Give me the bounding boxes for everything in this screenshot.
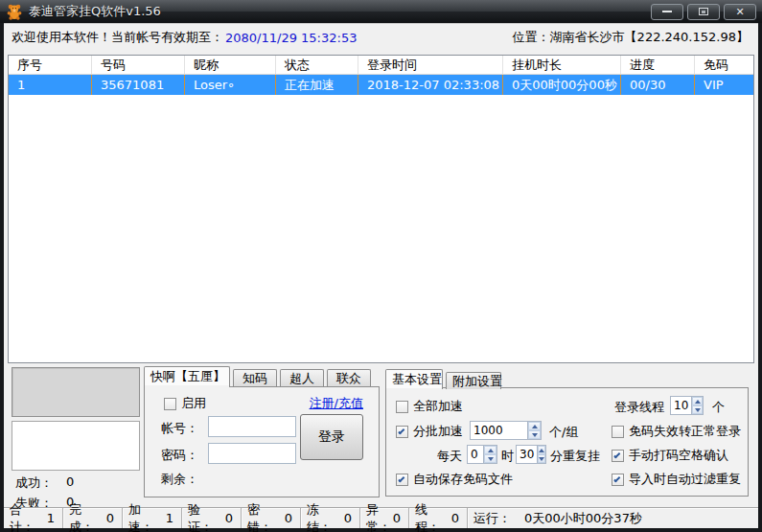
spinner-up-icon[interactable] xyxy=(528,422,541,430)
remaining-label: 剩余： xyxy=(161,471,198,488)
column-header-index[interactable]: 序号 xyxy=(9,56,92,74)
mianma-fallback-label: 免码失效转正常登录 xyxy=(629,423,741,440)
close-button[interactable]: ✕ xyxy=(724,4,756,20)
tab-zhima[interactable]: 知码 xyxy=(233,369,277,386)
register-recharge-link[interactable]: 注册/充值 xyxy=(310,395,363,412)
location-label: 位置： xyxy=(513,30,550,44)
cell-nickname: Loser∘ xyxy=(185,75,276,95)
status-label: 运行： xyxy=(473,510,511,527)
status-completed: 完成：0 xyxy=(63,508,123,528)
auto-save-row[interactable]: 自动保存免码文件 xyxy=(396,471,513,488)
expiry-date: 2080/11/29 15:32:53 xyxy=(225,31,357,45)
status-label: 完成： xyxy=(69,501,106,532)
daily-label: 每天 xyxy=(437,448,462,465)
status-value: 0 xyxy=(393,511,401,525)
enable-checkbox-row[interactable]: 启用 xyxy=(164,395,206,412)
daily-hour-value: 0 xyxy=(468,446,483,463)
manual-confirm-checkbox[interactable] xyxy=(612,450,624,462)
tab-kuaia[interactable]: 快啊【五厘】 xyxy=(144,366,230,386)
title-bar[interactable]: 泰迪管家挂Q软件v1.56 ✕ xyxy=(0,0,762,23)
password-input[interactable] xyxy=(208,443,296,464)
location-text: 位置：湖南省长沙市【222.240.152.98】 xyxy=(513,29,749,46)
status-value: 0 xyxy=(451,511,459,525)
batch-accelerate-label: 分批加速 xyxy=(413,423,463,440)
settings-panel: 全部加速 登录线程 10 个 分批加速 1000 个/组 免码失效转正常登录 每… xyxy=(385,387,749,497)
filter-duplicates-row[interactable]: 导入时自动过滤重复 xyxy=(612,471,741,488)
status-value: 0天00小时00分37秒 xyxy=(524,510,642,527)
status-value: 0 xyxy=(285,511,292,525)
column-header-login-time[interactable]: 登录时间 xyxy=(358,56,503,74)
check-icon xyxy=(613,475,620,482)
spinner-up-icon[interactable] xyxy=(538,446,545,454)
spinner-down-icon[interactable] xyxy=(528,430,541,439)
column-header-number[interactable]: 号码 xyxy=(92,56,185,74)
success-counter: 成功： 0 xyxy=(15,474,74,492)
threads-unit-label: 个 xyxy=(712,399,725,416)
table-row[interactable]: 1 35671081 Loser∘ 正在加速 2018-12-07 02:33:… xyxy=(9,75,753,95)
column-header-mianma[interactable]: 免码 xyxy=(695,56,753,74)
status-value: 0 xyxy=(225,511,233,525)
tab-chaoren[interactable]: 超人 xyxy=(280,369,324,386)
status-value: 0 xyxy=(106,511,114,525)
status-verify: 验证：0 xyxy=(182,508,242,528)
account-input[interactable] xyxy=(208,416,296,437)
mianma-fallback-row[interactable]: 免码失效转正常登录 xyxy=(612,423,741,440)
minimize-button[interactable] xyxy=(651,4,683,20)
batch-unit-label: 个/组 xyxy=(549,424,578,441)
batch-size-value: 1000 xyxy=(471,422,527,439)
maximize-button[interactable] xyxy=(687,4,720,20)
enable-label: 启用 xyxy=(181,395,206,412)
column-header-status[interactable]: 状态 xyxy=(276,56,358,74)
check-icon xyxy=(398,428,404,434)
tab-extra-settings[interactable]: 附加设置 xyxy=(446,372,501,389)
table-header: 序号 号码 昵称 状态 登录时间 挂机时长 进度 免码 xyxy=(9,56,753,75)
stepper-buttons xyxy=(691,397,703,414)
status-threads: 线程：0 xyxy=(409,508,468,528)
daily-hour-stepper[interactable]: 0 xyxy=(467,445,497,464)
status-frozen: 冻结：0 xyxy=(301,508,360,528)
batch-accelerate-checkbox[interactable] xyxy=(396,426,408,438)
status-value: 1 xyxy=(166,511,173,525)
filter-duplicates-checkbox[interactable] xyxy=(612,474,624,486)
status-label: 线程： xyxy=(415,501,451,532)
status-label: 加速： xyxy=(128,501,166,532)
enable-checkbox[interactable] xyxy=(164,398,176,410)
auto-save-checkbox[interactable] xyxy=(396,474,408,486)
manual-confirm-label: 手动打码空格确认 xyxy=(629,447,728,464)
accelerate-all-row[interactable]: 全部加速 xyxy=(396,398,463,415)
spinner-down-icon[interactable] xyxy=(484,454,496,463)
check-icon xyxy=(613,451,620,458)
daily-minute-stepper[interactable]: 30 xyxy=(516,445,546,464)
status-label: 合计： xyxy=(10,501,47,532)
mianma-fallback-checkbox[interactable] xyxy=(612,426,624,438)
captcha-answer-box[interactable] xyxy=(12,421,140,471)
spinner-up-icon[interactable] xyxy=(692,397,703,405)
stepper-buttons xyxy=(527,422,541,439)
hour-label: 时 xyxy=(501,448,514,465)
spinner-down-icon[interactable] xyxy=(692,405,703,414)
status-wrong-password: 密错：0 xyxy=(242,508,301,528)
accelerate-all-checkbox[interactable] xyxy=(396,401,408,413)
status-label: 冻结： xyxy=(307,501,344,532)
manual-confirm-row[interactable]: 手动打码空格确认 xyxy=(612,447,728,464)
tab-basic-settings[interactable]: 基本设置 xyxy=(385,369,443,389)
login-button[interactable]: 登录 xyxy=(300,414,363,460)
spinner-down-icon[interactable] xyxy=(538,454,545,463)
cell-status: 正在加速 xyxy=(276,75,358,95)
daily-minute-value: 30 xyxy=(517,446,537,463)
login-threads-stepper[interactable]: 10 xyxy=(670,396,704,415)
login-threads-value: 10 xyxy=(671,397,691,414)
column-header-hang-duration[interactable]: 挂机时长 xyxy=(503,56,621,74)
cell-index: 1 xyxy=(9,75,92,95)
close-icon: ✕ xyxy=(735,7,744,17)
accelerate-all-label: 全部加速 xyxy=(413,398,463,415)
tab-lianzhong[interactable]: 联众 xyxy=(327,369,371,386)
batch-size-stepper[interactable]: 1000 xyxy=(470,421,542,440)
account-table: 序号 号码 昵称 状态 登录时间 挂机时长 进度 免码 1 35671081 L… xyxy=(8,55,754,363)
column-header-progress[interactable]: 进度 xyxy=(621,56,695,74)
captcha-image-box xyxy=(12,367,140,417)
spinner-up-icon[interactable] xyxy=(484,446,496,454)
column-header-nickname[interactable]: 昵称 xyxy=(185,56,276,74)
batch-accelerate-row[interactable]: 分批加速 xyxy=(396,423,463,440)
app-window: 泰迪管家挂Q软件v1.56 ✕ 欢迎使用本软件！当前帐号有效期至： 2080/1… xyxy=(0,0,762,532)
